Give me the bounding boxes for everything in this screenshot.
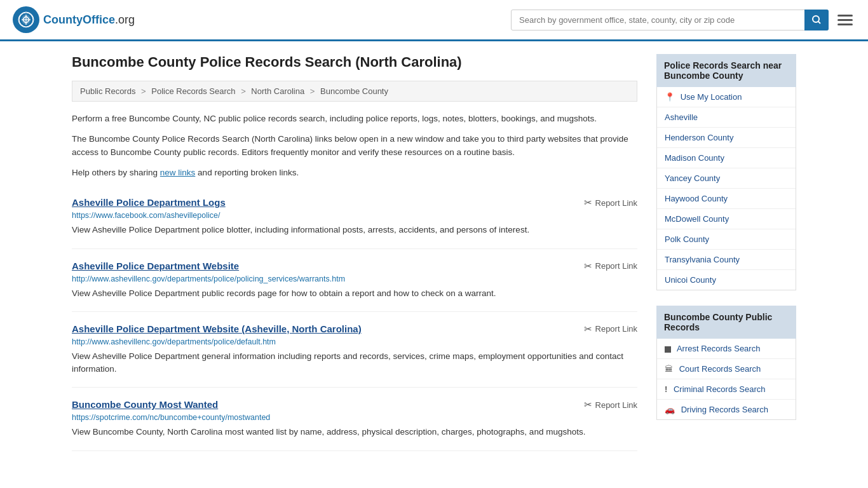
sidebar-item-criminal-records[interactable]: ! Criminal Records Search [657, 379, 796, 400]
sidebar-item-transylvania[interactable]: Transylvania County [657, 250, 796, 270]
page-title: Buncombe County Police Records Search (N… [72, 54, 637, 71]
result-header: Asheville Police Department Logs ✂ Repor… [72, 197, 637, 208]
description: Perform a free Buncombe County, NC publi… [72, 112, 637, 179]
result-url-3: http://www.ashevillenc.gov/departments/p… [72, 337, 637, 346]
sidebar-link-yancey[interactable]: Yancey County [665, 173, 720, 183]
sidebar-link-mcdowell[interactable]: McDowell County [665, 214, 729, 224]
sidebar-item-mcdowell[interactable]: McDowell County [657, 209, 796, 229]
breadcrumb: Public Records > Police Records Search >… [72, 81, 637, 102]
sidebar-item-arrest-records[interactable]: Arrest Records Search [657, 339, 796, 359]
report-link-button-1[interactable]: ✂ Report Link [571, 197, 637, 208]
report-link-button-2[interactable]: ✂ Report Link [571, 261, 637, 272]
sidebar-link-court-records[interactable]: Court Records Search [679, 364, 761, 374]
sidebar-item-use-my-location[interactable]: 📍 Use My Location [657, 87, 796, 107]
report-link-button-4[interactable]: ✂ Report Link [571, 399, 637, 410]
report-icon-1: ✂ [584, 197, 592, 208]
sidebar-nearby-list: 📍 Use My Location Asheville Henderson Co… [656, 87, 796, 290]
result-item: Asheville Police Department Website ✂ Re… [72, 249, 637, 312]
result-item: Asheville Police Department Website (Ash… [72, 312, 637, 388]
sidebar-link-polk[interactable]: Polk County [665, 234, 709, 244]
sidebar-nearby-header: Police Records Search near Buncombe Coun… [656, 54, 796, 87]
sidebar-item-madison[interactable]: Madison County [657, 148, 796, 168]
result-desc-3: View Asheville Police Department general… [72, 350, 637, 376]
sidebar-public-records-section: Buncombe County Public Records Arrest Re… [656, 306, 796, 420]
content-area: Buncombe County Police Records Search (N… [72, 54, 637, 451]
pillar-icon: 🏛 [665, 364, 673, 374]
new-links-link[interactable]: new links [160, 168, 196, 177]
result-url-2: http://www.ashevillenc.gov/departments/p… [72, 274, 637, 283]
desc-para-3: Help others by sharing new links and rep… [72, 166, 637, 180]
sidebar-link-asheville[interactable]: Asheville [665, 112, 698, 122]
result-desc-2: View Asheville Police Department public … [72, 287, 637, 300]
sidebar-public-records-list: Arrest Records Search 🏛 Court Records Se… [656, 339, 796, 420]
result-item: Buncombe County Most Wanted ✂ Report Lin… [72, 388, 637, 451]
sidebar-link-unicoi[interactable]: Unicoi County [665, 275, 716, 285]
breadcrumb-sep-1: > [141, 86, 146, 96]
sidebar-item-henderson[interactable]: Henderson County [657, 128, 796, 148]
result-title-3[interactable]: Asheville Police Department Website (Ash… [72, 323, 362, 334]
svg-line-5 [818, 22, 821, 24]
sidebar-link-transylvania[interactable]: Transylvania County [665, 255, 740, 264]
sidebar-item-yancey[interactable]: Yancey County [657, 168, 796, 189]
sidebar-link-arrest-records[interactable]: Arrest Records Search [677, 344, 761, 353]
exclaim-icon: ! [665, 384, 667, 394]
sidebar-item-driving-records[interactable]: 🚗 Driving Records Search [657, 400, 796, 419]
report-icon-3: ✂ [584, 323, 592, 335]
desc-para-1: Perform a free Buncombe County, NC publi… [72, 112, 637, 126]
sidebar-item-asheville[interactable]: Asheville [657, 107, 796, 128]
sidebar-link-henderson[interactable]: Henderson County [665, 133, 733, 142]
logo-text: CountyOffice.org [43, 13, 135, 27]
sidebar-public-records-header: Buncombe County Public Records [656, 306, 796, 339]
sidebar-link-madison[interactable]: Madison County [665, 153, 724, 163]
result-header: Asheville Police Department Website ✂ Re… [72, 261, 637, 272]
sidebar-link-driving-records[interactable]: Driving Records Search [681, 405, 768, 414]
logo-area: CountyOffice.org [13, 6, 135, 33]
report-link-button-3[interactable]: ✂ Report Link [571, 323, 637, 335]
results-list: Asheville Police Department Logs ✂ Repor… [72, 186, 637, 451]
square-icon [665, 346, 671, 353]
result-title-2[interactable]: Asheville Police Department Website [72, 261, 239, 271]
result-header: Buncombe County Most Wanted ✂ Report Lin… [72, 399, 637, 410]
sidebar-link-criminal-records[interactable]: Criminal Records Search [674, 384, 766, 394]
car-icon: 🚗 [665, 405, 675, 414]
sidebar: Police Records Search near Buncombe Coun… [656, 54, 796, 451]
breadcrumb-public-records[interactable]: Public Records [80, 86, 135, 96]
sidebar-item-court-records[interactable]: 🏛 Court Records Search [657, 359, 796, 379]
sidebar-link-use-my-location[interactable]: Use My Location [681, 92, 742, 102]
search-icon [811, 15, 822, 25]
result-desc-4: View Buncombe County, North Carolina mos… [72, 426, 637, 438]
breadcrumb-sep-3: > [310, 86, 315, 96]
menu-bar-3 [837, 24, 853, 25]
location-icon: 📍 [665, 92, 675, 102]
sidebar-item-unicoi[interactable]: Unicoi County [657, 270, 796, 290]
result-url-4: https://spotcrime.com/nc/buncombe+county… [72, 413, 637, 422]
result-header: Asheville Police Department Website (Ash… [72, 323, 637, 335]
breadcrumb-sep-2: > [241, 86, 246, 96]
result-url-1: https://www.facebook.com/ashevillepolice… [72, 211, 637, 220]
breadcrumb-police-records-search[interactable]: Police Records Search [151, 86, 235, 96]
sidebar-item-polk[interactable]: Polk County [657, 229, 796, 250]
sidebar-nearby-section: Police Records Search near Buncombe Coun… [656, 54, 796, 290]
desc-para-2: The Buncombe County Police Records Searc… [72, 132, 637, 159]
header: CountyOffice.org [0, 0, 868, 41]
menu-bar-2 [837, 19, 853, 21]
report-icon-4: ✂ [584, 399, 592, 410]
breadcrumb-buncombe-county[interactable]: Buncombe County [320, 86, 388, 96]
menu-bar-1 [837, 15, 853, 17]
sidebar-item-haywood[interactable]: Haywood County [657, 189, 796, 209]
breadcrumb-north-carolina[interactable]: North Carolina [251, 86, 304, 96]
sidebar-link-haywood[interactable]: Haywood County [665, 194, 728, 203]
header-right [511, 10, 855, 30]
result-title-4[interactable]: Buncombe County Most Wanted [72, 399, 218, 410]
search-button[interactable] [804, 10, 829, 30]
result-desc-1: View Asheville Police Department police … [72, 224, 637, 236]
search-input[interactable] [511, 10, 829, 30]
result-title-1[interactable]: Asheville Police Department Logs [72, 197, 226, 208]
report-icon-2: ✂ [584, 261, 592, 272]
main-container: Buncombe County Police Records Search (N… [53, 41, 815, 464]
menu-button[interactable] [835, 10, 855, 30]
result-item: Asheville Police Department Logs ✂ Repor… [72, 186, 637, 248]
search-wrapper [511, 10, 829, 30]
logo-icon [13, 6, 39, 33]
